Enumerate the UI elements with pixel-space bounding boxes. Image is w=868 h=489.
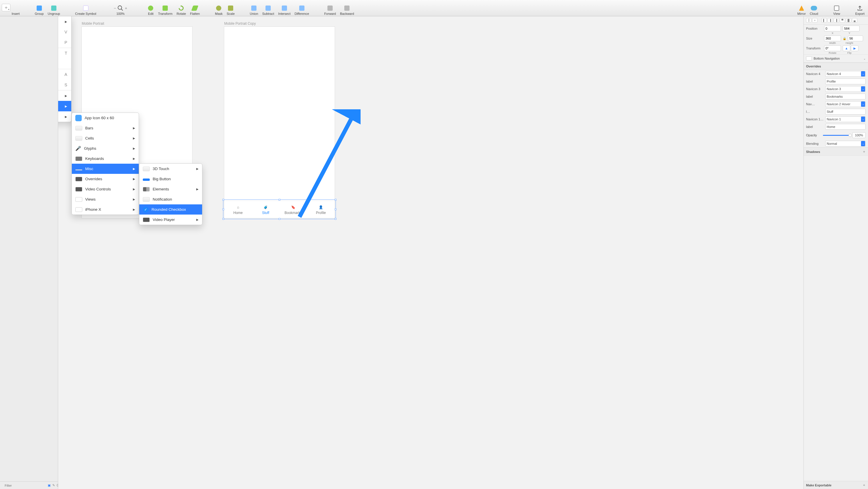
menu-item-artboard[interactable]: 🖼ArtboardA: [58, 69, 71, 80]
submenu-item-notification[interactable]: Notification: [139, 194, 202, 204]
submenu-item-overrides[interactable]: Overrides▶: [72, 174, 139, 184]
insert-dropdown[interactable]: ＋: [2, 4, 10, 11]
forward-button[interactable]: Forward: [322, 5, 338, 15]
make-exportable[interactable]: Make Exportable＋: [804, 481, 868, 489]
submenu-item-misc[interactable]: Misc▶: [72, 164, 139, 174]
menu-item-vector[interactable]: VectorV: [58, 27, 71, 37]
insert-label: Insert: [10, 12, 22, 15]
artboard-1-title: Mobile Portrait: [82, 22, 104, 26]
inspector-panel: ┃ ≡ ▌ ▐ ▐ ▀ █ ▄ Position XY Size 🔒 Width…: [803, 16, 868, 489]
shadows-header[interactable]: Shadows＋: [804, 148, 868, 156]
align-left-button[interactable]: ┃: [806, 18, 811, 23]
rotate-icon: [178, 5, 184, 11]
filter-input[interactable]: [3, 483, 46, 488]
align-t-button[interactable]: ▀: [840, 18, 845, 23]
svg-line-1: [121, 9, 123, 11]
opacity-slider[interactable]: [823, 135, 850, 136]
override-field-1[interactable]: Profile: [825, 78, 866, 84]
selection-outline: [223, 199, 336, 219]
filter-opt2-icon[interactable]: ✎: [52, 484, 55, 488]
rotate-input[interactable]: [824, 45, 841, 51]
height-input[interactable]: [848, 35, 863, 41]
difference-button[interactable]: Difference: [293, 5, 311, 15]
submenu-item-cells[interactable]: Cells▶: [72, 133, 139, 143]
mask-button[interactable]: Mask: [213, 5, 224, 15]
align-hc-button[interactable]: ▐: [828, 18, 833, 23]
submenu-item-rounded-checkbox[interactable]: ✓Rounded Checkbox: [139, 204, 202, 215]
opacity-label: Opacity: [806, 133, 820, 137]
transform-label: Transform: [806, 46, 823, 50]
override-field-6[interactable]: Navicon 1⌄: [825, 116, 866, 122]
width-input[interactable]: [824, 35, 841, 41]
override-field-7[interactable]: Home: [825, 124, 866, 130]
overrides-header: Overrides: [804, 63, 868, 70]
override-row-2: Navicon 3Navicon 3⌄: [804, 85, 868, 93]
override-row-5: l…Stuff: [804, 108, 868, 116]
pos-y-input[interactable]: [843, 26, 860, 31]
zoom-label: 100%: [116, 12, 124, 15]
override-field-3[interactable]: Bookmarks: [825, 94, 866, 99]
mirror-button[interactable]: Mirror: [796, 5, 807, 15]
transform-button[interactable]: Transform: [156, 5, 174, 15]
rotate-button[interactable]: Rotate: [175, 5, 188, 15]
union-button[interactable]: Union: [248, 5, 260, 15]
create-symbol-button[interactable]: Create Symbol: [73, 5, 98, 15]
cloud-button[interactable]: Cloud: [808, 5, 820, 15]
override-row-7: labelHome: [804, 123, 868, 131]
group-button[interactable]: Group: [33, 5, 45, 15]
submenu-item-3d-touch[interactable]: 3D Touch▶: [139, 164, 202, 174]
submenu-item-glyphs[interactable]: 🎤Glyphs▶: [72, 143, 139, 154]
override-field-4[interactable]: Navicon 2 Hover⌄: [825, 101, 866, 107]
align-vc-button[interactable]: █: [846, 18, 851, 23]
menu-item-symbols[interactable]: Symbols▶: [58, 90, 71, 101]
align-center-button[interactable]: ≡: [812, 18, 817, 23]
edit-button[interactable]: Edit: [146, 5, 156, 15]
blending-label: Blending: [806, 142, 824, 145]
lock-icon[interactable]: 🔒: [843, 37, 846, 40]
flip-h-button[interactable]: ▲: [843, 45, 850, 51]
menu-item-shape[interactable]: Shape▶: [58, 16, 71, 27]
override-field-2[interactable]: Navicon 3⌄: [825, 86, 866, 92]
flatten-button[interactable]: Flatten: [188, 5, 202, 15]
pos-x-input[interactable]: [824, 26, 841, 31]
misc-submenu: 3D Touch▶Big ButtonElements▶Notification…: [139, 163, 203, 225]
ungroup-button[interactable]: Ungroup: [46, 5, 62, 15]
submenu-item-video-player[interactable]: Video Player▶: [139, 215, 202, 225]
submenu-item-views[interactable]: Views▶: [72, 194, 139, 204]
menu-item-ios-ui-design[interactable]: iOS UI Design▶: [58, 101, 71, 111]
artboard-2[interactable]: Mobile Portrait Copy ⌂Home 🧳Stuff 🔖Bookm…: [224, 27, 335, 218]
align-l2-button[interactable]: ▌: [822, 18, 827, 23]
submenu-item-video-controls[interactable]: Video Controls▶: [72, 184, 139, 194]
layers-panel: ▣ ✎ 0: [0, 16, 58, 489]
menu-item-styled-text[interactable]: TStyled Text▶: [58, 111, 71, 122]
menu-item-text[interactable]: TTextT: [58, 48, 71, 59]
export-icon: [857, 5, 863, 11]
submenu-item-iphone-x[interactable]: iPhone X▶: [72, 204, 139, 215]
menu-item-image-[interactable]: Image…: [58, 59, 71, 69]
align-b-button[interactable]: ▄: [852, 18, 857, 23]
opacity-value[interactable]: 100%: [852, 132, 866, 138]
override-field-5[interactable]: Stuff: [825, 109, 866, 115]
zoom-control[interactable]: − +: [114, 5, 127, 11]
override-field-0[interactable]: Navicon 4⌄: [825, 71, 866, 77]
export-button[interactable]: Export: [854, 5, 866, 15]
submenu-item-elements[interactable]: Elements▶: [139, 184, 202, 194]
intersect-button[interactable]: Intersect: [277, 5, 292, 15]
menu-item-pencil[interactable]: ✏️PencilP: [58, 37, 71, 48]
submenu-item-keyboards[interactable]: Keyboards▶: [72, 154, 139, 164]
backward-button[interactable]: Backward: [338, 5, 355, 15]
override-row-0: Navicon 4Navicon 4⌄: [804, 70, 868, 77]
canvas[interactable]: Mobile Portrait ◆Item 1 ◆Item 2 Mobile P…: [58, 16, 803, 489]
subtract-button[interactable]: Subtract: [260, 5, 276, 15]
view-button[interactable]: View: [832, 5, 842, 15]
menu-item-slice[interactable]: 🔪SliceS: [58, 80, 71, 90]
align-r-button[interactable]: ▐: [834, 18, 839, 23]
flip-v-button[interactable]: ▶: [851, 45, 859, 51]
submenu-item-app-icon-60-x-60[interactable]: App Icon 60 x 60: [72, 113, 139, 123]
filter-opt1-icon[interactable]: ▣: [48, 484, 51, 488]
symbol-selector[interactable]: Bottom Navigation⌄: [804, 54, 868, 63]
submenu-item-big-button[interactable]: Big Button: [139, 174, 202, 184]
submenu-item-bars[interactable]: Bars▶: [72, 123, 139, 133]
blending-select[interactable]: Normal⌄: [825, 141, 866, 146]
scale-button[interactable]: Scale: [225, 5, 237, 15]
